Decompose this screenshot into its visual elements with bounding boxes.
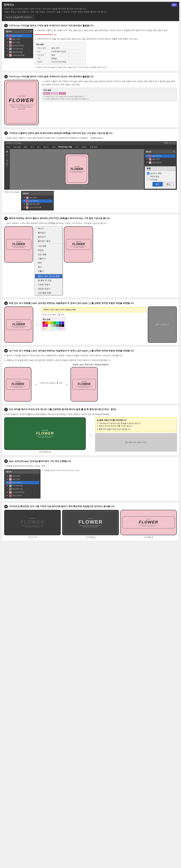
visibility-icon[interactable]: 👁 — [6, 38, 8, 40]
ps-layers-panel: 레이어 ≡ 👁 spot_1(어상) 👁 — [144, 149, 177, 165]
layer-thumb — [9, 478, 11, 480]
visibility-icon[interactable]: 👁 — [6, 48, 8, 50]
tool-text[interactable]: T — [5, 165, 9, 168]
ctx-item-paste-opt[interactable]: 붙여넣기 옵션 — [35, 239, 62, 243]
layer-item[interactable]: 👁 spot_2(어) — [5, 478, 39, 481]
menu-item-effect[interactable]: 효과 — [29, 145, 35, 149]
dialog-option-2[interactable]: 투명도설정 — [147, 175, 174, 178]
ctx-item-perspective[interactable]: 원근 — [35, 265, 62, 269]
swatch-orange[interactable] — [45, 321, 48, 324]
menu-item-layer[interactable]: 레이어 — [42, 145, 50, 149]
layer-thumb — [9, 51, 11, 53]
menu-item-tools[interactable]: 도구 — [74, 145, 80, 149]
ctx-item-cut[interactable]: 잘라내기 — [35, 235, 62, 239]
swatch-skyblue[interactable] — [56, 327, 59, 330]
layer-item[interactable]: 👁 spot_2(어) — [5, 41, 32, 44]
ctx-item-correct[interactable]: 산전 형태 변환: — [35, 291, 62, 295]
menu-item-filter[interactable]: 필터 — [23, 145, 28, 149]
ctx-item-copy[interactable]: 복사기 — [35, 226, 62, 230]
menu-item-place[interactable]: 파일 배치 — [89, 145, 99, 149]
swatch-lightgreen[interactable] — [51, 327, 53, 330]
layer-item[interactable]: 👁 기타 레이어명 — [5, 484, 39, 488]
menu-item-view[interactable]: 보기 — [36, 145, 42, 149]
layer-item[interactable]: 👁 spot_3(어상) — [5, 481, 39, 484]
menu-item-prefs[interactable]: 기본 설정 — [12, 145, 22, 149]
swatch-lightgray[interactable] — [51, 324, 53, 327]
menu-item-ps[interactable]: Photoshop 작업 — [57, 145, 73, 149]
layer-item[interactable]: 👁 spot_3(어상) — [145, 161, 175, 164]
section-6-desc-1: ↳ 레이어기 색상을 관련 후 기작인[ spot_3 ]의 전문/분야에서 전… — [4, 354, 177, 357]
ctx-item-flipv[interactable]: 가로로 뒤집기 — [35, 282, 62, 287]
layer-item[interactable]: 👁 배경 레이어명 — [22, 203, 53, 206]
visibility-icon[interactable]: 👁 — [6, 41, 8, 43]
swatch-lavender[interactable] — [59, 327, 61, 330]
layer-item[interactable]: 👁 spot_1(어) — [22, 196, 53, 199]
layer-item[interactable]: 👁 디자인 레이어명 — [5, 491, 39, 494]
swatch-blue[interactable] — [59, 321, 61, 324]
layer-item[interactable]: 👁 spot_2(어) — [145, 158, 175, 161]
swatch-pink[interactable] — [45, 324, 48, 327]
swatch-rose[interactable] — [61, 327, 64, 330]
ai-pdf-button[interactable]: AI 도면 파일을 PDF 제작하기 — [4, 15, 34, 20]
swatch-peach[interactable] — [45, 327, 48, 330]
ctx-item-more[interactable]: 세로로 뒤집기 — [35, 287, 62, 291]
swatch-darkgray[interactable] — [56, 324, 59, 327]
tool-lasso[interactable]: ⌶ — [5, 156, 9, 159]
swatch-magenta[interactable] — [43, 324, 45, 327]
layer-item[interactable]: 👁 spot_3(어상) — [22, 199, 53, 203]
swatch-purple[interactable] — [61, 321, 64, 324]
swatch-lime[interactable] — [51, 321, 53, 324]
layer-item[interactable]: 👁 기타 레이어명 — [5, 47, 32, 51]
section-1: 1 이미지스는 디자인을 관리의 기작의 설계 색 레이어가 있어서 여러 분야… — [2, 22, 179, 71]
visibility-icon[interactable]: 👁 — [6, 44, 8, 46]
dialog-ok-button[interactable]: 확인 — [153, 182, 163, 187]
ctx-item-paste[interactable]: 붙여넣기 — [35, 230, 62, 235]
layer-item[interactable]: 👁 spot_1(어) — [5, 37, 32, 41]
swatch-gray[interactable] — [53, 324, 56, 327]
option-checkbox-2[interactable] — [147, 175, 149, 178]
ctx-item-rotate90[interactable]: 플래드 점프 모드로 변형 — [35, 274, 62, 278]
section-7-desc: ↳ 단락 연결부는 후 레이어를에서 [ 분야(변환)] × 레이어의 분야(면… — [4, 413, 177, 416]
menu-item-select[interactable]: 선택 — [51, 145, 56, 149]
layer-item[interactable]: 👁 디자인 레이어명 — [5, 54, 32, 57]
swatch-green[interactable] — [53, 321, 56, 324]
layer-item[interactable]: 👁 spot_1(어) — [5, 474, 39, 478]
swatch-lightyellow[interactable] — [48, 327, 51, 330]
layer-item[interactable]: 👁 배경 레이어명 — [5, 51, 32, 54]
tool-crop[interactable]: ⊡ — [5, 159, 9, 162]
tool-brush[interactable]: 🖌 — [5, 162, 9, 165]
tool-move[interactable]: ✥ — [5, 150, 9, 153]
swatch-yellow[interactable] — [48, 321, 51, 324]
layer-item[interactable]: 👁 디자인 레이어명 — [22, 206, 53, 209]
menu-item-shortcuts[interactable]: 단축키 — [80, 145, 88, 149]
layer-item[interactable]: 👁 spot_1(어상) — [5, 494, 39, 497]
dialog-option-1[interactable]: 슬라이드 화면 — [147, 172, 174, 175]
layer-item[interactable]: 👁 spot_3(어/어상) — [5, 44, 32, 47]
dialog-cancel-button[interactable]: 취소 — [163, 182, 174, 187]
layer-item[interactable]: 👁 배경 레이어명 — [5, 488, 39, 491]
layer-item-selected[interactable]: 👁 spot_1(어상) — [145, 154, 175, 158]
ctx-item-simple-transform[interactable]: 단순 변형 — [35, 252, 62, 256]
filename: 2024/11_17/어.psd — [6, 142, 21, 145]
visibility-icon[interactable]: 👁 — [6, 54, 8, 56]
option-checkbox-3[interactable] — [147, 178, 149, 181]
ctx-item-fliph[interactable]: 찰 형태 표 교정 — [35, 278, 62, 282]
option-checkbox-1[interactable] — [147, 172, 149, 175]
swatch-black[interactable] — [61, 324, 64, 327]
ctx-item-transform[interactable]: 자유 변형 — [35, 244, 62, 248]
swatch-cyan[interactable] — [56, 321, 59, 324]
swatch-nearblack[interactable] — [59, 324, 61, 327]
menu-item-edit[interactable]: 편집 — [5, 145, 11, 149]
layer-item[interactable]: 👁 spot_1(어상) — [5, 34, 32, 37]
swatch-white[interactable] — [48, 324, 51, 327]
swatch-red[interactable] — [43, 321, 45, 324]
dialog-option-3[interactable]: 디자인명 — [147, 178, 174, 181]
tool-select[interactable]: ▭ — [5, 154, 9, 156]
ctx-item-opacity[interactable]: 투명도 — [35, 248, 62, 252]
swatch-lightcyan[interactable] — [53, 327, 56, 330]
ctx-item-skew[interactable]: 기울이기 — [35, 256, 62, 261]
ctx-item-warp[interactable]: 뒤틀기 — [35, 269, 62, 273]
visibility-icon[interactable]: 👁 — [6, 35, 8, 37]
ctx-item-distort[interactable]: 왜곡 — [35, 261, 62, 265]
swatch-lightpink[interactable] — [43, 327, 45, 330]
